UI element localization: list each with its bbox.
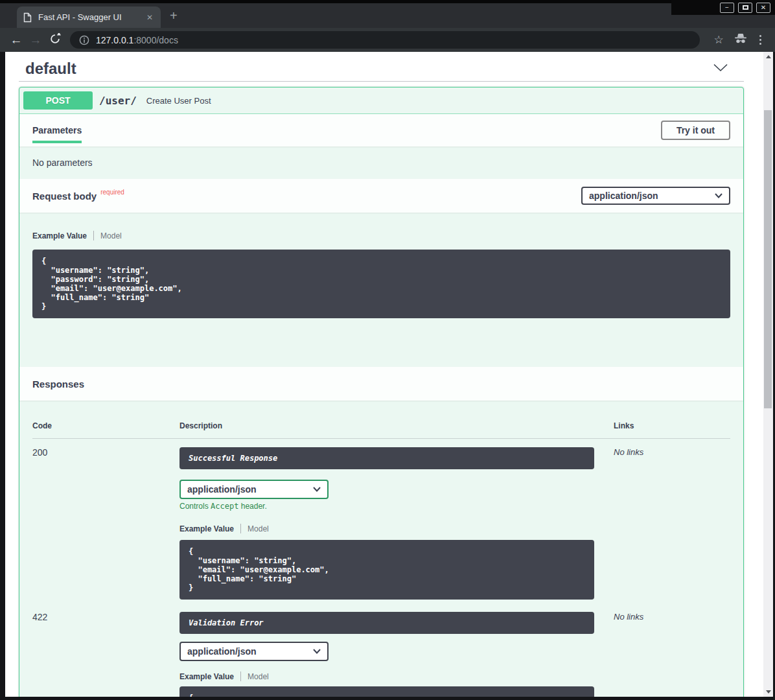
request-body-header: Request bodyrequired application/json bbox=[19, 179, 743, 213]
response-description-box: Validation Error bbox=[179, 612, 594, 634]
model-tab[interactable]: Model bbox=[248, 524, 269, 533]
response-content-type-select[interactable]: application/json bbox=[179, 642, 329, 661]
response-code: 200 bbox=[32, 447, 179, 600]
request-body-title: Request body bbox=[32, 191, 97, 202]
browser-tab[interactable]: Fast API - Swagger UI ✕ bbox=[17, 6, 161, 28]
scrollbar-thumb[interactable] bbox=[764, 110, 772, 408]
controls-accept-note: Controls Accept header. bbox=[179, 502, 614, 511]
response-links: No links bbox=[614, 447, 730, 600]
response-example-code: { "detail": [ bbox=[179, 686, 594, 697]
back-icon[interactable]: ← bbox=[6, 34, 26, 46]
example-value-tab[interactable]: Example Value bbox=[179, 524, 234, 533]
try-it-out-button[interactable]: Try it out bbox=[661, 121, 730, 140]
tab-separator bbox=[93, 231, 94, 240]
example-value-tab[interactable]: Example Value bbox=[179, 672, 234, 681]
opblock-post-user: POST /user/ Create User Post Parameters … bbox=[19, 87, 744, 697]
request-body-example-section: Example Value Model { "username": "strin… bbox=[19, 213, 743, 367]
request-content-type-select[interactable]: application/json bbox=[581, 187, 730, 205]
model-tab[interactable]: Model bbox=[100, 231, 122, 240]
window-controls: − ✕ bbox=[720, 3, 770, 13]
chevron-down-icon bbox=[313, 487, 321, 492]
tab-separator bbox=[240, 671, 241, 681]
reload-icon[interactable] bbox=[45, 33, 65, 47]
request-example-code: { "username": "string", "password": "str… bbox=[32, 250, 730, 318]
maximize-button[interactable] bbox=[738, 3, 752, 13]
tab-separator bbox=[240, 524, 241, 533]
url-text: 127.0.0.1:8000/docs bbox=[96, 35, 178, 45]
responses-table-header: Code Description Links bbox=[32, 401, 730, 439]
responses-header: Responses bbox=[19, 367, 743, 401]
incognito-profile-icon[interactable] bbox=[730, 33, 752, 47]
no-parameters-message: No parameters bbox=[19, 146, 743, 179]
site-info-icon[interactable] bbox=[79, 35, 89, 45]
tab-title: Fast API - Swagger UI bbox=[38, 12, 145, 22]
close-window-button[interactable]: ✕ bbox=[756, 3, 770, 13]
model-example-tabs: Example Value Model bbox=[179, 671, 614, 681]
browser-menu-icon[interactable] bbox=[752, 35, 769, 45]
parameters-header: Parameters Try it out bbox=[19, 114, 743, 146]
responses-table: Code Description Links 200 Successful Re… bbox=[19, 401, 743, 697]
new-tab-button[interactable]: + bbox=[170, 8, 178, 23]
vertical-scrollbar[interactable] bbox=[763, 52, 773, 697]
parameters-tab[interactable]: Parameters bbox=[32, 117, 82, 143]
tag-title: default bbox=[25, 60, 76, 78]
scroll-up-icon[interactable] bbox=[763, 52, 773, 62]
response-content-type-select[interactable]: application/json bbox=[179, 480, 329, 499]
chevron-down-icon bbox=[313, 649, 321, 654]
tab-strip: Fast API - Swagger UI ✕ + bbox=[0, 3, 775, 28]
tab-close-icon[interactable]: ✕ bbox=[145, 13, 154, 22]
responses-title: Responses bbox=[32, 379, 84, 390]
page-content: default POST /user/ Create User Post Par… bbox=[5, 52, 763, 697]
url-bar[interactable]: 127.0.0.1:8000/docs bbox=[70, 31, 700, 49]
scroll-down-icon[interactable] bbox=[763, 687, 773, 697]
required-label: required bbox=[100, 189, 124, 196]
browser-toolbar: ← → 127.0.0.1:8000/docs ☆ bbox=[0, 28, 775, 52]
model-tab[interactable]: Model bbox=[248, 672, 269, 681]
model-example-tabs: Example Value Model bbox=[32, 231, 730, 240]
collapse-chevron-icon[interactable] bbox=[713, 63, 728, 75]
code-column-header: Code bbox=[32, 421, 179, 430]
chevron-down-icon bbox=[715, 193, 723, 198]
model-example-tabs: Example Value Model bbox=[179, 524, 614, 533]
response-row-422: 422 Validation Error application/json Ex… bbox=[32, 603, 730, 697]
forward-icon[interactable]: → bbox=[26, 34, 45, 46]
response-code: 422 bbox=[32, 612, 179, 697]
minimize-button[interactable]: − bbox=[720, 3, 734, 13]
opblock-summary[interactable]: POST /user/ Create User Post bbox=[19, 88, 743, 114]
endpoint-path: /user/ bbox=[99, 95, 137, 107]
method-badge: POST bbox=[23, 91, 93, 110]
description-column-header: Description bbox=[179, 421, 614, 430]
bookmark-star-icon[interactable]: ☆ bbox=[708, 33, 730, 47]
response-description-box: Successful Response bbox=[179, 447, 594, 469]
window-top-border bbox=[0, 0, 775, 3]
endpoint-summary: Create User Post bbox=[146, 96, 211, 106]
maximize-icon bbox=[743, 5, 748, 10]
response-links: No links bbox=[614, 612, 730, 697]
response-example-code: { "username": "string", "email": "user@e… bbox=[179, 540, 594, 600]
links-column-header: Links bbox=[614, 421, 730, 430]
example-value-tab[interactable]: Example Value bbox=[32, 231, 87, 240]
tag-section-header[interactable]: default bbox=[19, 56, 744, 82]
page-icon bbox=[23, 12, 32, 23]
response-row-200: 200 Successful Response application/json… bbox=[32, 439, 730, 600]
